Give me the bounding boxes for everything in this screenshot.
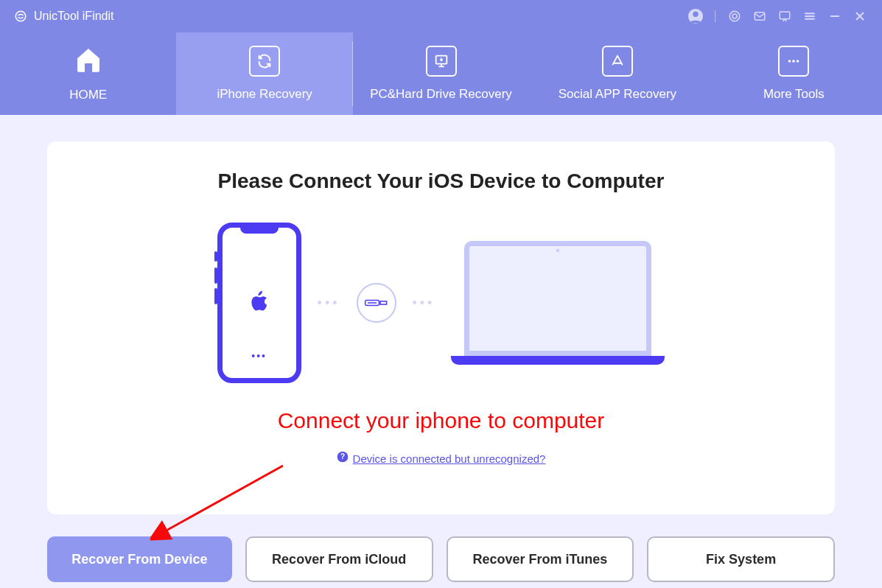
divider [715, 10, 715, 22]
svg-point-3 [729, 11, 740, 21]
svg-text:?: ? [340, 452, 345, 461]
app-logo-wrap: UnicTool iFindit [13, 9, 113, 24]
iphone-illustration: ••• [217, 223, 301, 383]
titlebar: UnicTool iFindit [0, 0, 882, 32]
nav-more-label: More Tools [763, 87, 825, 102]
nav-iphone-recovery[interactable]: iPhone Recovery [176, 32, 352, 115]
window-controls [687, 7, 869, 25]
nav-social-label: Social APP Recovery [559, 87, 676, 102]
laptop-illustration [451, 241, 665, 365]
content-card: Please Connect Your iOS Device to Comput… [47, 141, 835, 514]
menu-icon[interactable] [801, 7, 819, 25]
svg-point-4 [732, 14, 737, 18]
refresh-icon [249, 46, 280, 77]
phone-loading-dots: ••• [251, 350, 267, 362]
main-nav: HOME iPhone Recovery PC&Hard Drive Recov… [0, 32, 882, 115]
help-link[interactable]: Device is connected but unrecognized? [353, 452, 546, 465]
app-logo-icon [13, 9, 28, 24]
recover-from-itunes-button[interactable]: Recover From iTunes [447, 536, 634, 582]
nav-iphone-label: iPhone Recovery [217, 87, 312, 102]
svg-point-19 [797, 60, 799, 63]
bottom-button-row: Recover From Device Recover From iCloud … [0, 514, 882, 582]
mail-icon[interactable] [751, 7, 769, 25]
connector-dots-right: ••• [413, 295, 435, 311]
home-icon [72, 45, 105, 77]
main-area: Please Connect Your iOS Device to Comput… [0, 115, 882, 514]
app-store-icon [602, 46, 633, 77]
usb-connector-icon [357, 283, 396, 323]
card-title: Please Connect Your iOS Device to Comput… [218, 169, 665, 193]
recover-from-device-button[interactable]: Recover From Device [47, 536, 232, 582]
app-title: UnicTool iFindit [34, 10, 113, 23]
settings-icon[interactable] [726, 7, 743, 25]
nav-pc-label: PC&Hard Drive Recovery [370, 87, 512, 102]
connection-diagram: ••• ••• ••• [217, 223, 665, 383]
header: UnicTool iFindit [0, 0, 882, 115]
svg-point-16 [441, 59, 442, 60]
connector-dots-left: ••• [318, 295, 340, 311]
nav-pc-recovery[interactable]: PC&Hard Drive Recovery [353, 32, 529, 115]
svg-rect-6 [780, 12, 790, 19]
help-row: ? Device is connected but unrecognized? [337, 451, 546, 466]
svg-point-0 [15, 11, 26, 21]
fix-system-button[interactable]: Fix System [647, 536, 835, 582]
svg-rect-21 [380, 301, 387, 304]
svg-point-17 [788, 60, 791, 63]
minimize-icon[interactable] [826, 7, 844, 25]
monitor-icon [426, 46, 457, 77]
svg-point-18 [792, 60, 795, 63]
annotation-text: Connect your iphone to computer [278, 408, 605, 433]
close-icon[interactable] [851, 7, 869, 25]
nav-home[interactable]: HOME [0, 32, 176, 115]
apple-logo-icon [248, 288, 270, 318]
recover-from-icloud-button[interactable]: Recover From iCloud [245, 536, 433, 582]
nav-home-label: HOME [69, 88, 107, 102]
nav-social-recovery[interactable]: Social APP Recovery [529, 32, 705, 115]
more-icon [778, 46, 809, 77]
svg-point-2 [693, 12, 698, 17]
help-icon: ? [337, 451, 349, 466]
feedback-icon[interactable] [776, 7, 794, 25]
user-icon[interactable] [687, 7, 704, 25]
nav-more-tools[interactable]: More Tools [706, 32, 882, 115]
